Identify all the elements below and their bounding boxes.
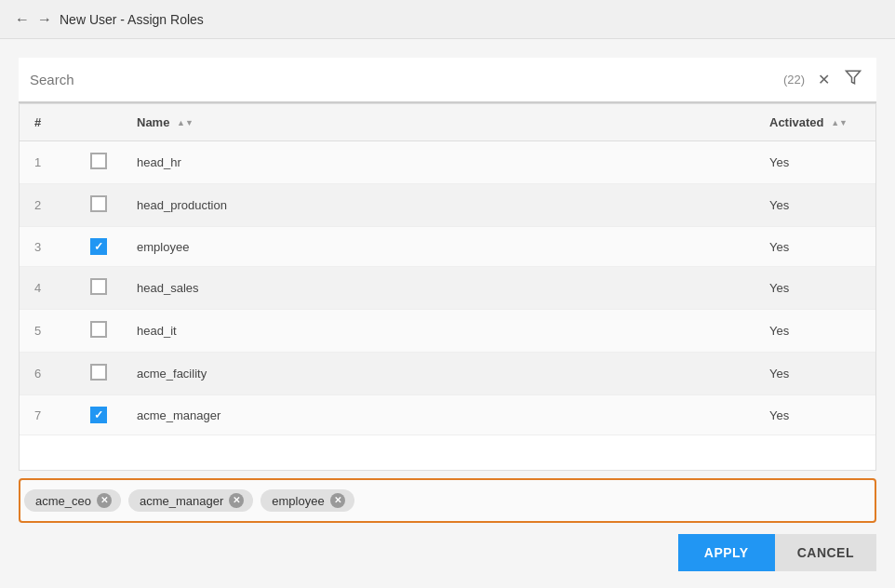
table-header-row: # Name ▲▼ Activated ▲▼ [20,104,875,141]
back-arrow[interactable]: ← [15,11,30,28]
main-content: (22) ✕ # Name ▲▼ Activated ▲▼ [0,39,895,588]
roles-table: # Name ▲▼ Activated ▲▼ 1 head_hr [20,104,875,435]
row-checkbox-cell[interactable] [75,395,122,435]
roles-table-container: # Name ▲▼ Activated ▲▼ 1 head_hr [19,103,876,471]
row-activated: Yes [755,395,875,435]
row-num: 7 [20,395,75,435]
svg-marker-0 [847,71,861,84]
row-num: 2 [20,184,75,227]
col-header-num: # [20,104,75,141]
table-row: 7 acme_manager Yes [20,395,875,435]
search-count: (22) [783,73,805,87]
table-row: 1 head_hr Yes [20,141,875,184]
row-activated: Yes [755,227,875,267]
forward-arrow[interactable]: → [37,11,52,28]
row-checkbox-cell[interactable] [75,141,122,184]
row-name: acme_manager [122,395,755,435]
table-row: 4 head_sales Yes [20,267,875,310]
row-checkbox[interactable] [90,364,107,381]
col-header-activated[interactable]: Activated ▲▼ [755,104,875,141]
tag-label: employee [272,494,324,508]
row-checkbox[interactable] [90,153,107,169]
row-activated: Yes [755,267,875,310]
row-num: 1 [20,141,75,184]
row-checkbox-cell[interactable] [75,310,122,353]
row-checkbox[interactable] [90,238,107,255]
row-checkbox[interactable] [90,407,107,423]
tag-remove-button[interactable]: ✕ [330,493,345,508]
row-activated: Yes [755,184,875,227]
table-row: 6 acme_facility Yes [20,353,875,395]
selected-tags-container: acme_ceo ✕ acme_manager ✕ employee ✕ [19,478,876,523]
tag-remove-button[interactable]: ✕ [229,493,244,508]
tag-label: acme_ceo [35,494,91,508]
row-name: head_hr [122,141,755,184]
row-num: 4 [20,267,75,310]
search-input[interactable] [30,72,783,87]
row-checkbox[interactable] [90,195,107,212]
row-name: head_it [122,310,755,353]
clear-button[interactable]: ✕ [814,69,834,90]
row-checkbox-cell[interactable] [75,227,122,267]
table-body: 1 head_hr Yes 2 head_production Yes 3 em… [20,141,875,435]
tag-label: acme_manager [140,494,223,508]
table-row: 2 head_production Yes [20,184,875,227]
table-row: 5 head_it Yes [20,310,875,353]
top-nav: ← → New User - Assign Roles [0,0,895,39]
row-activated: Yes [755,141,875,184]
col-header-name[interactable]: Name ▲▼ [122,104,755,141]
cancel-button[interactable]: CANCEL [775,534,876,571]
col-header-check [75,104,122,141]
row-name: acme_facility [122,353,755,395]
activated-sort-icon: ▲▼ [831,119,848,127]
row-checkbox[interactable] [90,321,107,338]
row-name: head_production [122,184,755,227]
filter-button[interactable] [841,67,865,92]
row-checkbox[interactable] [90,278,107,295]
row-checkbox-cell[interactable] [75,184,122,227]
row-activated: Yes [755,353,875,395]
selected-tag: acme_ceo ✕ [24,489,121,512]
search-bar: (22) ✕ [19,58,876,103]
row-num: 5 [20,310,75,353]
table-row: 3 employee Yes [20,227,875,267]
name-sort-icon: ▲▼ [177,119,194,127]
row-name: head_sales [122,267,755,310]
row-activated: Yes [755,310,875,353]
selected-tag: employee ✕ [260,489,354,512]
tag-remove-button[interactable]: ✕ [97,493,112,508]
row-name: employee [122,227,755,267]
page-title: New User - Assign Roles [60,12,204,27]
row-checkbox-cell[interactable] [75,353,122,395]
row-checkbox-cell[interactable] [75,267,122,310]
selected-tag: acme_manager ✕ [128,489,253,512]
apply-button[interactable]: APPLY [678,534,775,571]
bottom-bar: APPLY CANCEL [19,523,876,579]
row-num: 3 [20,227,75,267]
row-num: 6 [20,353,75,395]
